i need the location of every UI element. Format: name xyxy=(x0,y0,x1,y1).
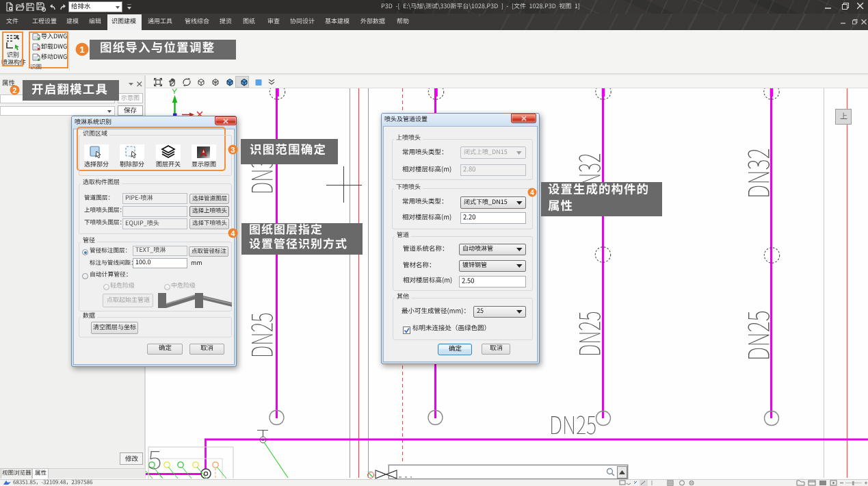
svg-text:3: 3 xyxy=(231,146,235,154)
svg-text:4: 4 xyxy=(530,189,534,196)
svg-text:4: 4 xyxy=(231,229,235,238)
svg-text:2: 2 xyxy=(13,86,17,94)
svg-text:1: 1 xyxy=(79,44,84,55)
